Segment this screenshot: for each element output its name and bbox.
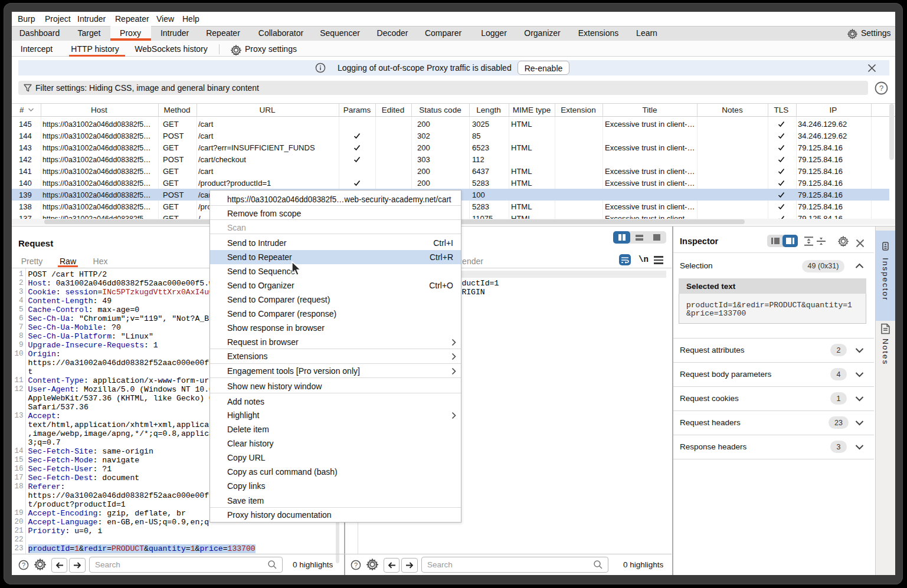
svg-text:?: ? bbox=[879, 84, 883, 93]
svg-text:?: ? bbox=[354, 561, 358, 568]
svg-text:?: ? bbox=[22, 561, 25, 568]
